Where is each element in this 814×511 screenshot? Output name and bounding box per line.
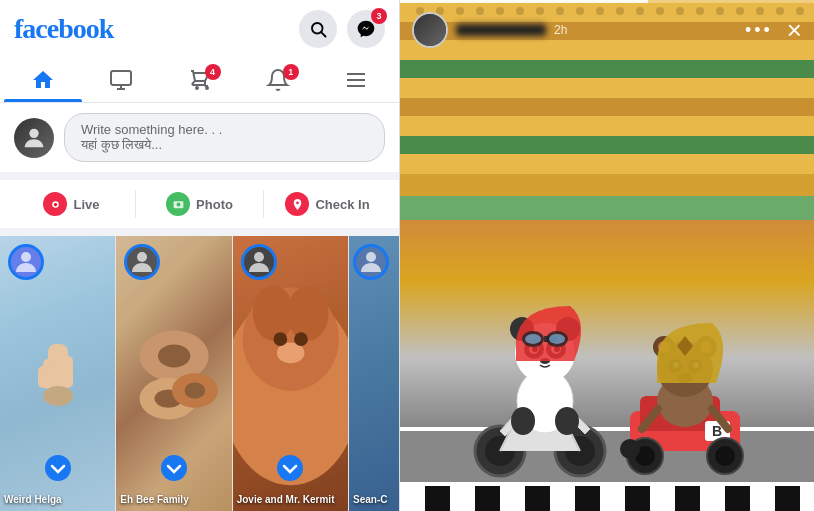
nav-notifications[interactable]: 1 bbox=[239, 58, 317, 102]
svg-point-11 bbox=[176, 202, 180, 206]
nav-bar: 4 1 bbox=[0, 58, 399, 103]
live-icon bbox=[43, 192, 67, 216]
header-icons: 3 bbox=[299, 10, 385, 48]
story-card-2[interactable]: Eh Bee Family bbox=[116, 236, 232, 511]
post-placeholder-line1: Write something here. . . bbox=[81, 122, 368, 137]
action-bar: Live Photo Check In bbox=[0, 180, 399, 236]
facebook-logo: facebook bbox=[14, 13, 113, 45]
svg-point-36 bbox=[366, 252, 376, 262]
notifications-badge: 1 bbox=[283, 64, 299, 80]
svg-rect-47 bbox=[400, 174, 814, 196]
svg-point-88 bbox=[525, 334, 541, 344]
svg-point-90 bbox=[511, 407, 535, 435]
svg-point-17 bbox=[45, 455, 71, 481]
story-viewer-background: B bbox=[400, 0, 814, 511]
svg-line-1 bbox=[321, 32, 325, 36]
svg-point-34 bbox=[254, 252, 264, 262]
story-label-4: Sean-C bbox=[353, 489, 395, 507]
post-box: Write something here. . . यहां कुछ लिखये… bbox=[0, 103, 399, 180]
story-user-row: 2h bbox=[412, 12, 567, 48]
svg-rect-46 bbox=[400, 154, 814, 174]
header: facebook 3 bbox=[0, 0, 399, 58]
checkin-label: Check In bbox=[315, 197, 369, 212]
svg-point-35 bbox=[277, 455, 303, 481]
stories-grid: Weird Helga bbox=[0, 236, 399, 511]
photo-button[interactable]: Photo bbox=[136, 184, 263, 224]
svg-rect-45 bbox=[400, 136, 814, 154]
svg-point-25 bbox=[137, 252, 147, 262]
story-top-bar: 2h ••• × bbox=[400, 6, 814, 54]
story-card-4[interactable]: Sean-C bbox=[349, 236, 399, 511]
stories-section: Weird Helga bbox=[0, 236, 399, 511]
svg-rect-2 bbox=[111, 71, 131, 85]
svg-point-30 bbox=[287, 286, 328, 341]
nav-watch[interactable] bbox=[82, 58, 160, 102]
svg-point-91 bbox=[555, 407, 579, 435]
live-button[interactable]: Live bbox=[8, 184, 135, 224]
svg-point-89 bbox=[549, 334, 565, 344]
messenger-button[interactable]: 3 bbox=[347, 10, 385, 48]
checkin-button[interactable]: Check In bbox=[264, 184, 391, 224]
svg-point-16 bbox=[43, 386, 73, 406]
svg-point-32 bbox=[273, 332, 287, 346]
story-more-button[interactable]: ••• bbox=[745, 20, 773, 41]
right-panel: B bbox=[400, 0, 814, 511]
svg-point-7 bbox=[29, 128, 38, 137]
svg-rect-48 bbox=[400, 196, 814, 220]
photo-label: Photo bbox=[196, 197, 233, 212]
svg-point-9 bbox=[54, 202, 57, 205]
svg-point-100 bbox=[620, 439, 640, 459]
svg-point-20 bbox=[158, 345, 190, 368]
story-label-2: Eh Bee Family bbox=[120, 489, 227, 507]
nav-home[interactable] bbox=[4, 58, 82, 102]
story-user-avatar bbox=[412, 12, 448, 48]
svg-rect-41 bbox=[400, 60, 814, 78]
svg-rect-44 bbox=[400, 116, 814, 136]
story-username-blurred bbox=[456, 24, 546, 36]
svg-rect-15 bbox=[38, 366, 48, 388]
story-time: 2h bbox=[554, 23, 567, 37]
nav-marketplace[interactable]: 4 bbox=[160, 58, 238, 102]
marketplace-badge: 4 bbox=[205, 64, 221, 80]
story-progress-fill bbox=[400, 0, 648, 3]
story-card-1[interactable]: Weird Helga bbox=[0, 236, 116, 511]
svg-point-24 bbox=[184, 383, 205, 399]
photo-icon bbox=[166, 192, 190, 216]
svg-point-33 bbox=[294, 332, 308, 346]
svg-point-18 bbox=[21, 252, 31, 262]
checkin-icon bbox=[285, 192, 309, 216]
story-actions: ••• × bbox=[745, 17, 802, 43]
story-label-3: Jovie and Mr. Kermit bbox=[237, 489, 344, 507]
story-progress-track bbox=[400, 0, 814, 3]
post-input[interactable]: Write something here. . . यहां कुछ लिखये… bbox=[64, 113, 385, 162]
left-panel: facebook 3 bbox=[0, 0, 400, 511]
search-button[interactable] bbox=[299, 10, 337, 48]
post-placeholder-line2: यहां कुछ लिखये... bbox=[81, 137, 368, 153]
story-close-button[interactable]: × bbox=[787, 17, 802, 43]
svg-point-26 bbox=[161, 455, 187, 481]
user-avatar bbox=[14, 118, 54, 158]
story-card-3[interactable]: Jovie and Mr. Kermit bbox=[233, 236, 349, 511]
svg-rect-14 bbox=[63, 356, 73, 388]
story-label-1: Weird Helga bbox=[4, 489, 111, 507]
svg-rect-42 bbox=[400, 78, 814, 98]
messenger-badge: 3 bbox=[371, 8, 387, 24]
nav-menu[interactable] bbox=[317, 58, 395, 102]
svg-rect-43 bbox=[400, 98, 814, 116]
svg-point-99 bbox=[715, 446, 735, 466]
live-label: Live bbox=[73, 197, 99, 212]
